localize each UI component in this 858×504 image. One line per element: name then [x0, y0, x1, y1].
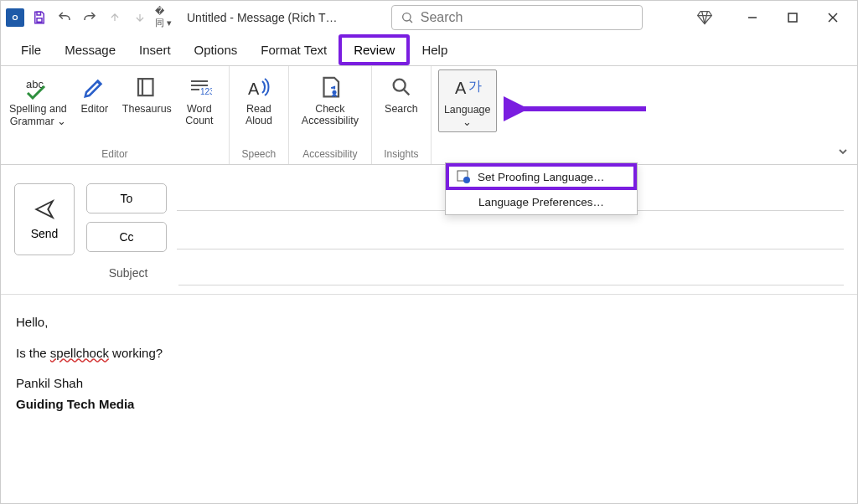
to-button[interactable]: To [86, 183, 167, 213]
body-signature-company: Guiding Tech Media [16, 395, 842, 414]
window-title: Untitled - Message (Rich T… [187, 11, 337, 24]
svg-text:O: O [12, 13, 18, 22]
undo-icon[interactable] [54, 8, 75, 28]
ribbon-group-language-label [466, 147, 468, 162]
outlook-app-icon: O [6, 8, 24, 27]
proofing-language-icon [456, 169, 471, 184]
read-aloud-icon: A [246, 73, 272, 101]
language-preferences-label: Language Preferences… [478, 196, 604, 208]
svg-text:가: 가 [468, 79, 482, 93]
svg-text:A: A [248, 80, 260, 98]
svg-point-15 [332, 90, 336, 95]
thesaurus-label: Thesaurus [122, 103, 172, 115]
compose-header: Send To Cc Subject [1, 165, 857, 295]
ribbon-group-insights: Search Insights [372, 66, 432, 164]
accessibility-icon [318, 73, 343, 101]
svg-point-20 [463, 177, 470, 183]
ribbon-group-accessibility: Check Accessibility Accessibility [289, 66, 372, 164]
search-placeholder: Search [421, 10, 463, 25]
collapse-ribbon-icon[interactable] [837, 146, 849, 157]
subject-line: Subject [86, 260, 844, 285]
send-icon [34, 198, 55, 220]
qa-customize-icon[interactable]: �同 ▾ [155, 8, 175, 28]
editor-icon [82, 73, 107, 101]
word-count-label: Word Count [185, 103, 213, 126]
read-aloud-label: Read Aloud [246, 103, 272, 126]
body-line-2: Is the spellchock working? [16, 344, 842, 363]
redo-icon[interactable] [80, 8, 100, 28]
search-icon [401, 11, 414, 24]
down-arrow-icon[interactable] [130, 8, 150, 28]
editor-label: Editor [80, 103, 108, 115]
svg-rect-6 [788, 13, 797, 22]
review-ribbon: abc Spelling and Grammar ⌄ Editor Thesau… [1, 66, 857, 165]
svg-text:123: 123 [200, 87, 212, 96]
word-count-icon: 123 [187, 73, 212, 101]
minimize-button[interactable] [740, 5, 765, 30]
save-icon[interactable] [29, 8, 49, 28]
language-icon: A가 [453, 74, 482, 102]
spelling-grammar-button[interactable]: abc Spelling and Grammar ⌄ [8, 69, 69, 131]
titlebar: O �同 ▾ Untitled - Message (Rich T… Searc… [1, 1, 857, 34]
maximize-button[interactable] [780, 5, 805, 30]
body-line-1: Hello, [16, 313, 842, 332]
spelling-error-word: spellchock [50, 346, 109, 360]
close-button[interactable] [820, 5, 845, 30]
set-proofing-language-label: Set Proofing Language… [478, 171, 605, 183]
tab-insert[interactable]: Insert [127, 38, 183, 62]
ribbon-tabs: File Message Insert Options Format Text … [1, 34, 857, 66]
ribbon-group-speech: A Read Aloud Speech [230, 66, 289, 164]
tab-options[interactable]: Options [183, 38, 250, 62]
read-aloud-button[interactable]: A Read Aloud [236, 69, 282, 130]
send-label: Send [31, 227, 59, 240]
svg-rect-3 [37, 18, 42, 23]
language-preferences-item[interactable]: Language Preferences… [446, 190, 637, 214]
search-button[interactable]: Search [379, 69, 424, 118]
language-label: Language ⌄ [444, 104, 491, 128]
word-count-button[interactable]: 123 Word Count [177, 69, 222, 130]
tab-format-text[interactable]: Format Text [249, 38, 339, 62]
up-arrow-icon[interactable] [105, 8, 125, 28]
language-dropdown: Set Proofing Language… Language Preferen… [445, 162, 638, 215]
tab-message[interactable]: Message [53, 38, 127, 62]
ribbon-group-editor: abc Spelling and Grammar ⌄ Editor Thesau… [1, 66, 230, 164]
language-button[interactable]: A가 Language ⌄ [438, 69, 497, 132]
body-line-2a: Is the [16, 346, 50, 360]
thesaurus-button[interactable]: Thesaurus [121, 69, 173, 118]
check-accessibility-button[interactable]: Check Accessibility [296, 69, 364, 130]
cc-input[interactable] [177, 224, 844, 249]
tab-review[interactable]: Review [339, 34, 410, 65]
mail-body[interactable]: Hello, Is the spellchock working? Pankil… [1, 295, 857, 444]
search-ribbon-label: Search [385, 103, 418, 115]
check-accessibility-label: Check Accessibility [302, 103, 359, 126]
svg-text:A: A [455, 79, 467, 97]
body-signature-name: Pankil Shah [16, 374, 842, 393]
subject-input[interactable] [178, 260, 844, 285]
window-controls [740, 5, 845, 30]
search-ribbon-icon [390, 73, 413, 101]
search-box[interactable]: Search [391, 5, 643, 30]
set-proofing-language-item[interactable]: Set Proofing Language… [446, 163, 637, 190]
spelling-grammar-label: Spelling and Grammar ⌄ [9, 103, 67, 127]
thesaurus-icon [134, 73, 159, 101]
tab-file[interactable]: File [9, 38, 53, 62]
send-button[interactable]: Send [14, 183, 75, 255]
tab-help[interactable]: Help [410, 38, 459, 62]
subject-label: Subject [88, 266, 168, 280]
svg-point-4 [402, 13, 410, 21]
ribbon-group-editor-label: Editor [101, 147, 127, 162]
premium-diamond-icon[interactable] [696, 9, 713, 26]
editor-button[interactable]: Editor [72, 69, 117, 118]
ribbon-group-language: A가 Language ⌄ [432, 66, 504, 164]
svg-rect-2 [37, 12, 41, 15]
cc-line: Cc [86, 222, 844, 252]
cc-button[interactable]: Cc [86, 222, 167, 252]
ribbon-group-insights-label: Insights [384, 147, 418, 162]
spelling-icon: abc [23, 73, 53, 101]
ribbon-group-accessibility-label: Accessibility [302, 147, 357, 162]
ribbon-group-speech-label: Speech [242, 147, 277, 162]
body-line-2b: working? [109, 346, 163, 360]
